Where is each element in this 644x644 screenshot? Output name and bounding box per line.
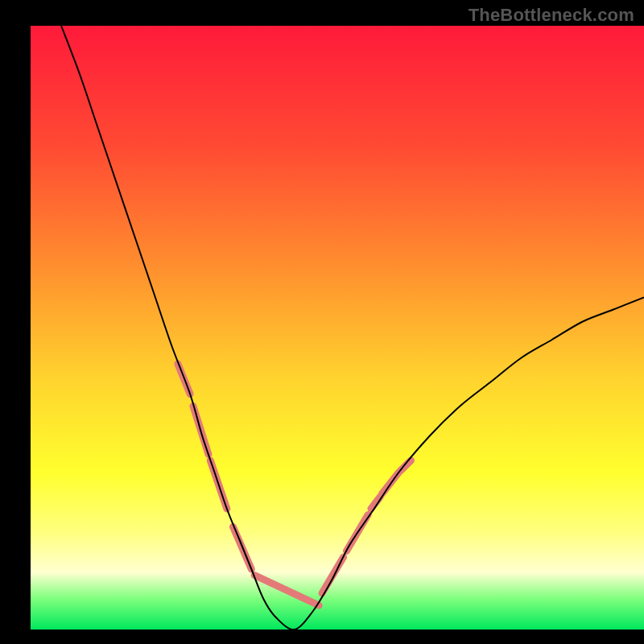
plot-area — [31, 26, 644, 630]
bottleneck-chart — [0, 0, 644, 644]
chart-stage: TheBottleneck.com — [0, 0, 644, 644]
